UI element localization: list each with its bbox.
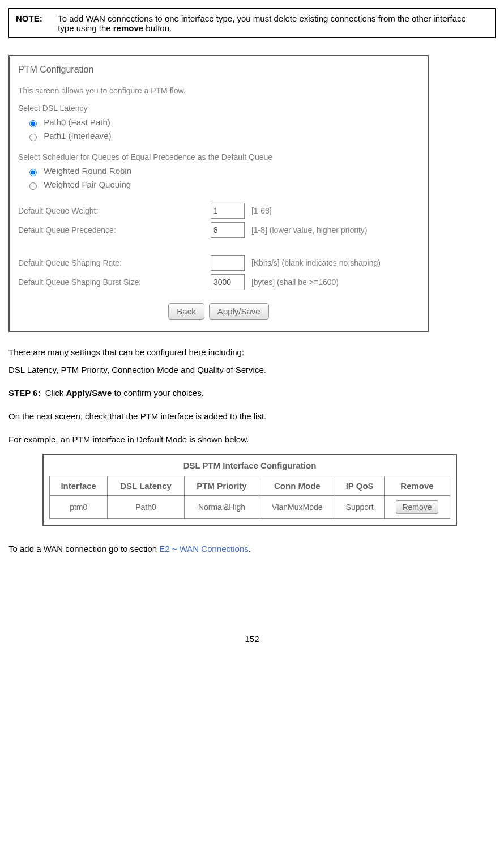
note-bold: remove bbox=[113, 23, 143, 33]
dsl-table-container: DSL PTM Interface Configuration Interfac… bbox=[42, 454, 457, 526]
wfq-label: Weighted Fair Queuing bbox=[44, 180, 131, 189]
step6-label: STEP 6: bbox=[8, 388, 40, 398]
step6-bold: Apply/Save bbox=[66, 388, 112, 398]
ptm-inner: PTM Configuration This screen allows you… bbox=[10, 56, 429, 331]
rate-hint: [Kbits/s] (blank indicates no shaping) bbox=[251, 258, 381, 267]
rate-input[interactable] bbox=[211, 255, 245, 271]
para1: There are many settings that can be conf… bbox=[8, 346, 496, 358]
th-remove: Remove bbox=[384, 476, 450, 496]
ptm-title: PTM Configuration bbox=[18, 65, 419, 75]
prec-label: Default Queue Precedence: bbox=[18, 220, 211, 240]
weight-label: Default Queue Weight: bbox=[18, 201, 211, 220]
para3: On the next screen, check that the PTM i… bbox=[8, 410, 496, 422]
final-end: . bbox=[249, 544, 251, 554]
button-row: Back Apply/Save bbox=[18, 303, 419, 320]
dsl-table: Interface DSL Latency PTM Priority Conn … bbox=[49, 476, 450, 519]
prec-hint: [1-8] (lower value, higher priority) bbox=[251, 225, 368, 235]
th-mode: Conn Mode bbox=[259, 476, 335, 496]
step6: STEP 6: Click Apply/Save to confirm your… bbox=[8, 387, 496, 399]
latency-label: Select DSL Latency bbox=[18, 104, 419, 113]
radio-wrr[interactable] bbox=[29, 169, 37, 176]
radio-wfq[interactable] bbox=[29, 182, 37, 190]
note-label: NOTE: bbox=[16, 14, 55, 23]
step6-text-start: Click bbox=[45, 388, 66, 398]
prec-input[interactable] bbox=[211, 222, 245, 238]
radio-path1-row: Path1 (Interleave) bbox=[27, 131, 419, 141]
weight-hint: [1-63] bbox=[251, 206, 272, 215]
td-latency: Path0 bbox=[108, 496, 184, 519]
radio-path0[interactable] bbox=[29, 120, 37, 127]
radio-path0-row: Path0 (Fast Path) bbox=[27, 117, 419, 127]
final-start: To add a WAN connection go to section bbox=[8, 544, 159, 554]
dsl-table-title: DSL PTM Interface Configuration bbox=[49, 461, 450, 470]
rate-label: Default Queue Shaping Rate: bbox=[18, 253, 211, 273]
final-text: To add a WAN connection go to section E2… bbox=[8, 543, 496, 555]
td-priority: Normal&High bbox=[184, 496, 259, 519]
burst-input[interactable] bbox=[211, 274, 245, 290]
remove-button[interactable]: Remove bbox=[396, 500, 438, 514]
path0-label: Path0 (Fast Path) bbox=[44, 117, 110, 127]
note-text-end: button. bbox=[143, 23, 172, 33]
weight-input[interactable] bbox=[211, 203, 245, 219]
table-row: ptm0 Path0 Normal&High VlanMuxMode Suppo… bbox=[50, 496, 450, 519]
th-priority: PTM Priority bbox=[184, 476, 259, 496]
ptm-config-panel: PTM Configuration This screen allows you… bbox=[8, 55, 429, 332]
fields-table: Default Queue Weight: [1-63] Default Que… bbox=[18, 201, 381, 292]
radio-wrr-row: Weighted Round Robin bbox=[27, 166, 419, 176]
th-interface: Interface bbox=[50, 476, 108, 496]
ptm-desc: This screen allows you to configure a PT… bbox=[18, 86, 419, 95]
table-row: Default Queue Shaping Rate: [Kbits/s] (b… bbox=[18, 253, 381, 273]
td-remove: Remove bbox=[384, 496, 450, 519]
burst-label: Default Queue Shaping Burst Size: bbox=[18, 273, 211, 292]
apply-save-button[interactable]: Apply/Save bbox=[209, 303, 269, 320]
td-mode: VlanMuxMode bbox=[259, 496, 335, 519]
table-row: Default Queue Shaping Burst Size: [bytes… bbox=[18, 273, 381, 292]
th-latency: DSL Latency bbox=[108, 476, 184, 496]
para4: For example, an PTM interface in Default… bbox=[8, 433, 496, 445]
note-box: NOTE: To add WAN connections to one inte… bbox=[8, 8, 496, 38]
step6-text-end: to confirm your choices. bbox=[112, 388, 204, 398]
wrr-label: Weighted Round Robin bbox=[44, 166, 131, 176]
table-header-row: Interface DSL Latency PTM Priority Conn … bbox=[50, 476, 450, 496]
table-row: Default Queue Weight: [1-63] bbox=[18, 201, 381, 220]
page-number: 152 bbox=[8, 634, 496, 644]
back-button[interactable]: Back bbox=[168, 303, 204, 320]
note-text: To add WAN connections to one interface … bbox=[58, 14, 477, 33]
path1-label: Path1 (Interleave) bbox=[44, 131, 111, 141]
radio-path1[interactable] bbox=[29, 134, 37, 141]
wan-connections-link[interactable]: E2 ~ WAN Connections bbox=[159, 544, 248, 554]
td-qos: Support bbox=[335, 496, 385, 519]
dsl-table-inner: DSL PTM Interface Configuration Interfac… bbox=[44, 455, 457, 525]
table-row: Default Queue Precedence: [1-8] (lower v… bbox=[18, 220, 381, 240]
th-qos: IP QoS bbox=[335, 476, 385, 496]
scheduler-label: Select Scheduler for Queues of Equal Pre… bbox=[18, 152, 419, 161]
para2: DSL Latency, PTM Priority, Connection Mo… bbox=[8, 364, 496, 376]
burst-hint: [bytes] (shall be >=1600) bbox=[251, 278, 339, 287]
radio-wfq-row: Weighted Fair Queuing bbox=[27, 180, 419, 190]
td-interface: ptm0 bbox=[50, 496, 108, 519]
